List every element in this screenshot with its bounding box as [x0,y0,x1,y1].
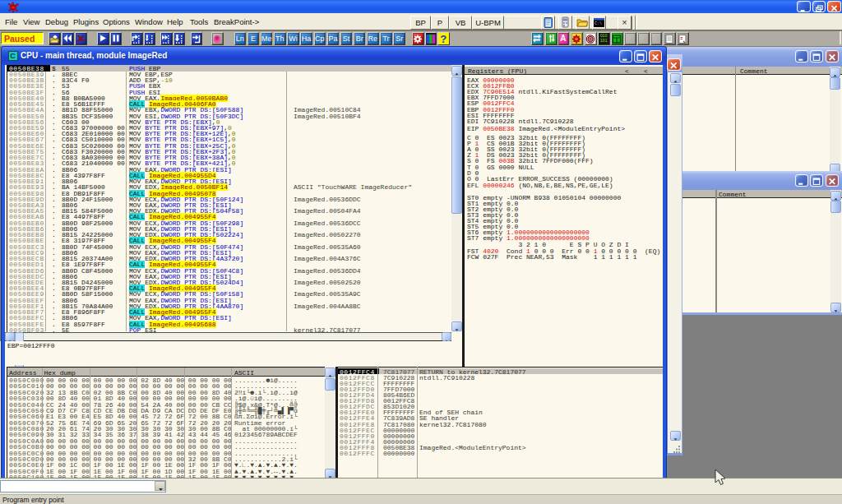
svg-text:C:\: C:\ [594,21,602,26]
